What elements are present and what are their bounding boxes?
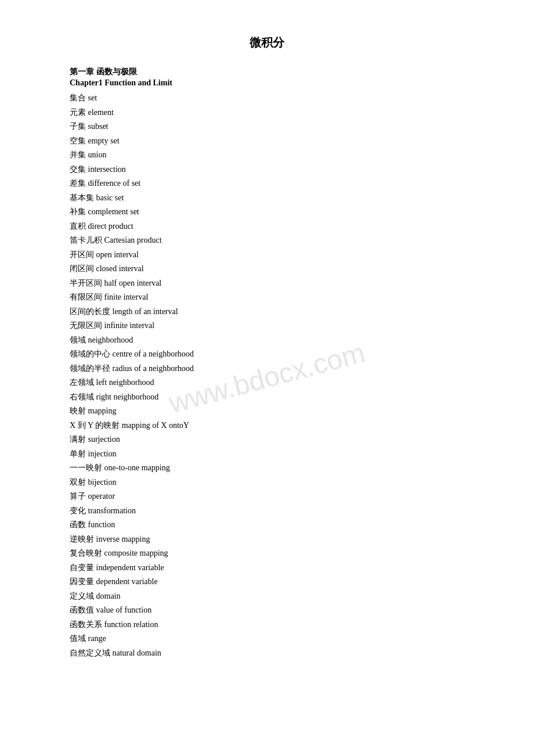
list-item: 集合 set <box>70 91 464 106</box>
list-item: 满射 surjection <box>70 433 464 447</box>
list-item: 算子 operator <box>70 489 464 504</box>
list-item: 无限区间 infinite interval <box>70 319 464 333</box>
list-item: 补集 complement set <box>70 205 464 219</box>
list-item: 领域 neighborhood <box>70 333 464 348</box>
list-item: 领域的中心 centre of a neighborhood <box>70 347 464 362</box>
list-item: 空集 empty set <box>70 134 464 149</box>
list-item: 一一映射 one-to-one mapping <box>70 461 464 476</box>
list-item: 函数 function <box>70 518 464 532</box>
list-item: 函数关系 function relation <box>70 618 464 632</box>
list-item: 子集 subset <box>70 120 464 134</box>
list-item: 函数值 value of function <box>70 603 464 618</box>
list-item: 领域的半径 radius of a neighborhood <box>70 362 464 376</box>
list-item: 值域 range <box>70 632 464 646</box>
list-item: 开区间 open interval <box>70 248 464 262</box>
list-item: 右领域 right neighborhood <box>70 390 464 405</box>
list-item: 基本集 basic set <box>70 191 464 206</box>
list-item: 复合映射 composite mapping <box>70 546 464 561</box>
list-item: 映射 mapping <box>70 404 464 419</box>
list-item: 元素 element <box>70 106 464 120</box>
chapter-section: 第一章 函数与极限 Chapter1 Function and Limit 集合… <box>70 67 464 660</box>
list-item: 交集 intersection <box>70 163 464 177</box>
list-item: 变化 transformation <box>70 504 464 519</box>
list-item: 自然定义域 natural domain <box>70 646 464 661</box>
list-item: 自变量 independent variable <box>70 561 464 575</box>
list-item: 定义域 domain <box>70 589 464 604</box>
chapter-heading-cn: 第一章 函数与极限 <box>70 67 464 77</box>
list-item: 逆映射 inverse mapping <box>70 532 464 547</box>
list-item: 差集 difference of set <box>70 177 464 191</box>
list-item: 单射 injection <box>70 447 464 462</box>
list-item: X 到 Y 的映射 mapping of X ontoY <box>70 419 464 433</box>
list-item: 左领域 left neighborhood <box>70 376 464 390</box>
list-item: 闭区间 closed interval <box>70 262 464 276</box>
list-item: 区间的长度 length of an interval <box>70 305 464 319</box>
chapter-heading-en: Chapter1 Function and Limit <box>70 78 464 88</box>
list-item: 笛卡儿积 Cartesian product <box>70 233 464 248</box>
list-item: 因变量 dependent variable <box>70 575 464 589</box>
list-item: 双射 bijection <box>70 476 464 490</box>
term-list: 集合 set元素 element子集 subset空集 empty set并集 … <box>70 91 464 660</box>
page-title: 微积分 <box>70 35 464 51</box>
list-item: 半开区间 half open interval <box>70 276 464 291</box>
list-item: 有限区间 finite interval <box>70 290 464 305</box>
list-item: 直积 direct product <box>70 219 464 234</box>
list-item: 并集 union <box>70 148 464 163</box>
